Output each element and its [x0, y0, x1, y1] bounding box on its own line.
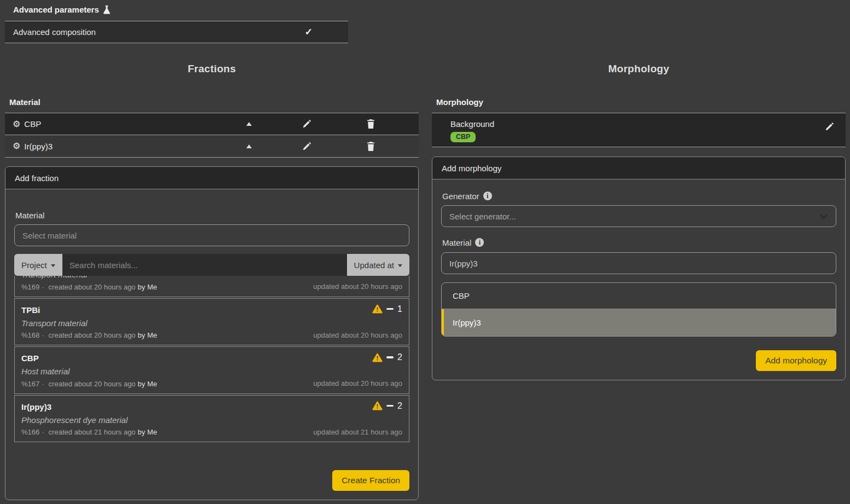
pencil-icon [302, 119, 311, 129]
add-fraction-title: Add fraction [5, 167, 418, 189]
delete-button[interactable] [364, 118, 377, 131]
minus-icon [386, 405, 394, 407]
material-item-id: %169 [21, 283, 39, 291]
add-morphology-body: Generator i Select generator... Material… [432, 179, 845, 380]
collapse-button[interactable] [242, 140, 256, 153]
pencil-icon [825, 122, 834, 131]
material-label: Material [442, 238, 471, 247]
material-item-description: Host material [21, 365, 402, 378]
material-item-tpbi[interactable]: TPBi Transport material %168·created abo… [14, 298, 409, 346]
advanced-parameters-title: Advanced parameters [13, 5, 99, 14]
material-item-name: Ir(ppy)3 [21, 401, 402, 414]
material-item-meta: %169·created about 20 hours agoby Me [21, 283, 157, 291]
add-morphology-panel: Add morphology Generator i Select genera… [432, 157, 846, 380]
material-form-label: Material [15, 210, 409, 220]
morphology-list-header: Morphology [436, 97, 846, 107]
edit-button[interactable] [300, 140, 313, 153]
material-item-updated: updated about 20 hours ago [313, 282, 402, 291]
warning-icon [372, 353, 383, 362]
morphology-material-input[interactable] [441, 252, 836, 274]
material-row-name: CBP [24, 119, 41, 129]
search-materials-input[interactable] [62, 254, 347, 276]
morphology-row-name: Background [450, 119, 846, 130]
advanced-composition-option[interactable]: Advanced composition ✓ [5, 21, 348, 43]
check-icon: ✓ [305, 26, 313, 38]
material-item-author: by Me [138, 380, 157, 388]
warning-count: 1 [397, 304, 402, 314]
advanced-composition-label: Advanced composition [13, 27, 96, 37]
caret-up-icon [246, 144, 252, 148]
material-item-id: %167 [21, 380, 39, 388]
material-options-listbox: CBP Ir(ppy)3 [441, 282, 836, 337]
material-item-created: created about 20 hours ago [49, 283, 136, 291]
project-filter-button[interactable]: Project [14, 254, 62, 276]
add-fraction-body: Material Project Updated at [5, 189, 418, 500]
trash-icon [367, 142, 375, 151]
add-fraction-panel: Add fraction Material Project Updated at [5, 166, 419, 500]
edit-button[interactable] [300, 118, 313, 131]
material-row-irppy3[interactable]: ⚙ Ir(ppy)3 [5, 135, 419, 158]
dropdown-caret-icon [51, 264, 55, 267]
material-item-created: created about 21 hours ago [49, 428, 136, 436]
materials-results-list: Transport material %169·created about 20… [14, 276, 409, 461]
material-badge: CBP [450, 132, 476, 142]
material-item-name: CBP [21, 352, 402, 365]
fractions-section-title: Fractions [5, 63, 419, 75]
material-item-cbp[interactable]: CBP Host material %167·created about 20 … [14, 346, 409, 394]
material-item-author: by Me [138, 331, 157, 339]
material-item-partial[interactable]: Transport material %169·created about 20… [14, 276, 409, 297]
materials-filter-row: Project Updated at [14, 254, 409, 276]
material-item-updated: updated about 20 hours ago [313, 331, 402, 340]
info-icon[interactable]: i [475, 238, 484, 247]
generator-label: Generator [442, 192, 479, 201]
material-item-updated: updated about 20 hours ago [313, 379, 402, 388]
dropdown-caret-icon [398, 264, 402, 267]
pencil-icon [302, 142, 311, 151]
edit-button[interactable] [823, 120, 836, 133]
material-item-meta: %168·created about 20 hours agoby Me [21, 331, 157, 339]
material-item-irppy3[interactable]: Ir(ppy)3 Phosphorescent dye material %16… [14, 395, 409, 443]
warning-icon [372, 401, 383, 410]
collapse-button[interactable] [242, 118, 256, 131]
material-item-author: by Me [138, 428, 157, 436]
material-item-updated: updated about 21 hours ago [313, 428, 402, 437]
warning-count: 2 [397, 352, 402, 362]
material-item-id: %168 [21, 331, 39, 339]
morphology-section-title: Morphology [432, 63, 846, 75]
morphology-table: Background CBP [432, 113, 846, 147]
material-item-meta: %167·created about 20 hours agoby Me [21, 380, 157, 388]
material-item-id: %166 [21, 428, 39, 436]
warning-icon [372, 304, 383, 314]
project-filter-label: Project [21, 260, 47, 270]
chevron-down-icon [819, 214, 828, 219]
material-row-cbp[interactable]: ⚙ CBP [5, 113, 419, 135]
add-morphology-title: Add morphology [432, 157, 845, 179]
select-material-input[interactable] [14, 224, 409, 246]
warning-count: 2 [397, 401, 402, 411]
info-icon[interactable]: i [483, 192, 492, 200]
material-item-author: by Me [138, 283, 157, 291]
material-item-description: Transport material [21, 276, 402, 281]
caret-up-icon [246, 122, 252, 126]
flask-icon [103, 5, 111, 14]
advanced-parameters-header: Advanced parameters [13, 5, 111, 14]
fractions-material-table: ⚙ CBP ⚙ Ir(ppy)3 [5, 113, 419, 158]
morphology-row-background[interactable]: Background CBP [432, 113, 846, 147]
generator-select-placeholder: Select generator... [449, 212, 516, 221]
sort-by-label: Updated at [354, 260, 394, 270]
material-item-description: Phosphorescent dye material [21, 414, 402, 427]
morphology-column: Morphology Morphology Background CBP Add… [432, 55, 846, 380]
sort-by-button[interactable]: Updated at [347, 254, 409, 276]
material-item-created: created about 20 hours ago [49, 331, 136, 339]
material-item-name: TPBi [21, 304, 402, 317]
material-option-cbp[interactable]: CBP [442, 283, 836, 309]
generator-select[interactable]: Select generator... [441, 205, 836, 227]
delete-button[interactable] [364, 140, 377, 153]
add-morphology-button[interactable]: Add morphology [756, 350, 836, 371]
create-fraction-button[interactable]: Create Fraction [332, 470, 409, 491]
fractions-list-header: Material [9, 97, 419, 107]
material-item-description: Transport material [21, 317, 402, 330]
material-row-name: Ir(ppy)3 [24, 142, 53, 151]
molecule-gear-icon: ⚙ [13, 142, 20, 150]
material-option-irppy3[interactable]: Ir(ppy)3 [442, 309, 836, 336]
